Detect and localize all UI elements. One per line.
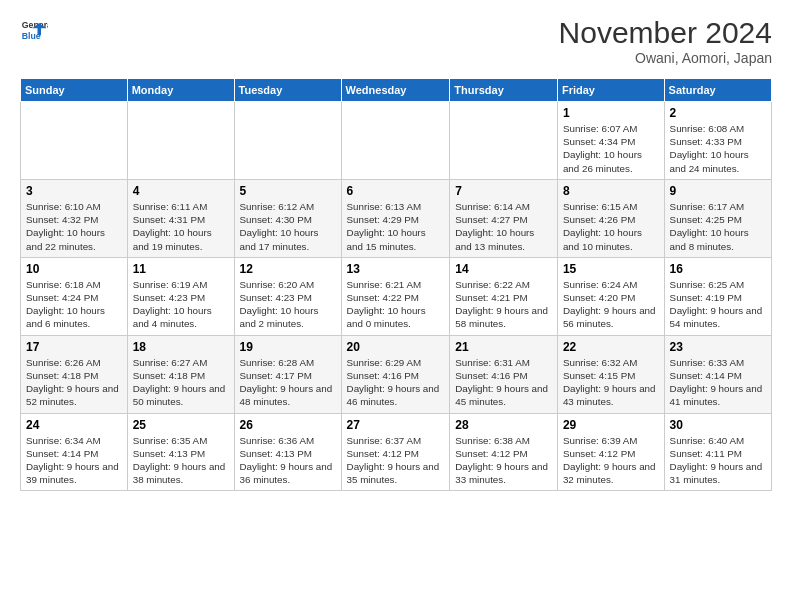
logo-icon: General Blue [20,16,48,44]
day-number: 23 [670,340,766,354]
day-number: 7 [455,184,552,198]
calendar-cell-w2-d1: 11Sunrise: 6:19 AM Sunset: 4:23 PM Dayli… [127,257,234,335]
calendar-cell-w0-d1 [127,102,234,180]
day-number: 4 [133,184,229,198]
day-info: Sunrise: 6:25 AM Sunset: 4:19 PM Dayligh… [670,278,766,331]
day-number: 11 [133,262,229,276]
day-info: Sunrise: 6:19 AM Sunset: 4:23 PM Dayligh… [133,278,229,331]
calendar-cell-w4-d6: 30Sunrise: 6:40 AM Sunset: 4:11 PM Dayli… [664,413,771,491]
week-row-0: 1Sunrise: 6:07 AM Sunset: 4:34 PM Daylig… [21,102,772,180]
location: Owani, Aomori, Japan [559,50,772,66]
day-info: Sunrise: 6:08 AM Sunset: 4:33 PM Dayligh… [670,122,766,175]
header-sunday: Sunday [21,79,128,102]
calendar-cell-w1-d5: 8Sunrise: 6:15 AM Sunset: 4:26 PM Daylig… [557,179,664,257]
day-info: Sunrise: 6:20 AM Sunset: 4:23 PM Dayligh… [240,278,336,331]
day-info: Sunrise: 6:21 AM Sunset: 4:22 PM Dayligh… [347,278,445,331]
day-number: 12 [240,262,336,276]
day-info: Sunrise: 6:14 AM Sunset: 4:27 PM Dayligh… [455,200,552,253]
day-info: Sunrise: 6:29 AM Sunset: 4:16 PM Dayligh… [347,356,445,409]
calendar-cell-w1-d1: 4Sunrise: 6:11 AM Sunset: 4:31 PM Daylig… [127,179,234,257]
day-number: 9 [670,184,766,198]
calendar-cell-w0-d4 [450,102,558,180]
calendar-cell-w3-d1: 18Sunrise: 6:27 AM Sunset: 4:18 PM Dayli… [127,335,234,413]
week-row-4: 24Sunrise: 6:34 AM Sunset: 4:14 PM Dayli… [21,413,772,491]
weekday-header-row: Sunday Monday Tuesday Wednesday Thursday… [21,79,772,102]
day-info: Sunrise: 6:28 AM Sunset: 4:17 PM Dayligh… [240,356,336,409]
day-number: 22 [563,340,659,354]
week-row-3: 17Sunrise: 6:26 AM Sunset: 4:18 PM Dayli… [21,335,772,413]
day-number: 25 [133,418,229,432]
day-number: 19 [240,340,336,354]
day-info: Sunrise: 6:13 AM Sunset: 4:29 PM Dayligh… [347,200,445,253]
header-wednesday: Wednesday [341,79,450,102]
calendar-cell-w3-d6: 23Sunrise: 6:33 AM Sunset: 4:14 PM Dayli… [664,335,771,413]
day-info: Sunrise: 6:12 AM Sunset: 4:30 PM Dayligh… [240,200,336,253]
day-info: Sunrise: 6:34 AM Sunset: 4:14 PM Dayligh… [26,434,122,487]
day-info: Sunrise: 6:37 AM Sunset: 4:12 PM Dayligh… [347,434,445,487]
day-info: Sunrise: 6:36 AM Sunset: 4:13 PM Dayligh… [240,434,336,487]
day-info: Sunrise: 6:18 AM Sunset: 4:24 PM Dayligh… [26,278,122,331]
day-number: 13 [347,262,445,276]
day-number: 16 [670,262,766,276]
day-info: Sunrise: 6:35 AM Sunset: 4:13 PM Dayligh… [133,434,229,487]
month-title: November 2024 [559,16,772,50]
day-info: Sunrise: 6:24 AM Sunset: 4:20 PM Dayligh… [563,278,659,331]
calendar-cell-w4-d2: 26Sunrise: 6:36 AM Sunset: 4:13 PM Dayli… [234,413,341,491]
calendar-cell-w0-d5: 1Sunrise: 6:07 AM Sunset: 4:34 PM Daylig… [557,102,664,180]
header-thursday: Thursday [450,79,558,102]
day-number: 17 [26,340,122,354]
day-info: Sunrise: 6:32 AM Sunset: 4:15 PM Dayligh… [563,356,659,409]
calendar-cell-w0-d0 [21,102,128,180]
header-friday: Friday [557,79,664,102]
day-number: 20 [347,340,445,354]
page: General Blue November 2024 Owani, Aomori… [0,0,792,612]
day-number: 18 [133,340,229,354]
day-number: 5 [240,184,336,198]
day-number: 14 [455,262,552,276]
calendar-cell-w1-d6: 9Sunrise: 6:17 AM Sunset: 4:25 PM Daylig… [664,179,771,257]
calendar-cell-w1-d3: 6Sunrise: 6:13 AM Sunset: 4:29 PM Daylig… [341,179,450,257]
day-info: Sunrise: 6:38 AM Sunset: 4:12 PM Dayligh… [455,434,552,487]
header-saturday: Saturday [664,79,771,102]
day-number: 21 [455,340,552,354]
day-number: 10 [26,262,122,276]
day-number: 26 [240,418,336,432]
calendar-cell-w4-d0: 24Sunrise: 6:34 AM Sunset: 4:14 PM Dayli… [21,413,128,491]
day-number: 24 [26,418,122,432]
calendar-cell-w4-d1: 25Sunrise: 6:35 AM Sunset: 4:13 PM Dayli… [127,413,234,491]
calendar-cell-w2-d4: 14Sunrise: 6:22 AM Sunset: 4:21 PM Dayli… [450,257,558,335]
day-info: Sunrise: 6:26 AM Sunset: 4:18 PM Dayligh… [26,356,122,409]
calendar-cell-w1-d2: 5Sunrise: 6:12 AM Sunset: 4:30 PM Daylig… [234,179,341,257]
calendar-cell-w0-d2 [234,102,341,180]
day-number: 6 [347,184,445,198]
day-info: Sunrise: 6:15 AM Sunset: 4:26 PM Dayligh… [563,200,659,253]
day-number: 3 [26,184,122,198]
calendar-cell-w2-d5: 15Sunrise: 6:24 AM Sunset: 4:20 PM Dayli… [557,257,664,335]
day-number: 2 [670,106,766,120]
day-info: Sunrise: 6:39 AM Sunset: 4:12 PM Dayligh… [563,434,659,487]
week-row-2: 10Sunrise: 6:18 AM Sunset: 4:24 PM Dayli… [21,257,772,335]
calendar-cell-w1-d4: 7Sunrise: 6:14 AM Sunset: 4:27 PM Daylig… [450,179,558,257]
calendar-cell-w3-d2: 19Sunrise: 6:28 AM Sunset: 4:17 PM Dayli… [234,335,341,413]
day-info: Sunrise: 6:31 AM Sunset: 4:16 PM Dayligh… [455,356,552,409]
calendar-cell-w2-d3: 13Sunrise: 6:21 AM Sunset: 4:22 PM Dayli… [341,257,450,335]
calendar-cell-w4-d5: 29Sunrise: 6:39 AM Sunset: 4:12 PM Dayli… [557,413,664,491]
calendar-cell-w2-d0: 10Sunrise: 6:18 AM Sunset: 4:24 PM Dayli… [21,257,128,335]
day-number: 29 [563,418,659,432]
header: General Blue November 2024 Owani, Aomori… [20,16,772,66]
day-info: Sunrise: 6:17 AM Sunset: 4:25 PM Dayligh… [670,200,766,253]
day-info: Sunrise: 6:33 AM Sunset: 4:14 PM Dayligh… [670,356,766,409]
day-number: 8 [563,184,659,198]
calendar-cell-w4-d3: 27Sunrise: 6:37 AM Sunset: 4:12 PM Dayli… [341,413,450,491]
calendar-cell-w3-d4: 21Sunrise: 6:31 AM Sunset: 4:16 PM Dayli… [450,335,558,413]
calendar-cell-w4-d4: 28Sunrise: 6:38 AM Sunset: 4:12 PM Dayli… [450,413,558,491]
day-number: 30 [670,418,766,432]
svg-text:General: General [22,20,48,30]
day-info: Sunrise: 6:11 AM Sunset: 4:31 PM Dayligh… [133,200,229,253]
day-number: 1 [563,106,659,120]
header-tuesday: Tuesday [234,79,341,102]
calendar-cell-w2-d2: 12Sunrise: 6:20 AM Sunset: 4:23 PM Dayli… [234,257,341,335]
calendar-cell-w3-d0: 17Sunrise: 6:26 AM Sunset: 4:18 PM Dayli… [21,335,128,413]
calendar-cell-w1-d0: 3Sunrise: 6:10 AM Sunset: 4:32 PM Daylig… [21,179,128,257]
calendar: Sunday Monday Tuesday Wednesday Thursday… [20,78,772,491]
